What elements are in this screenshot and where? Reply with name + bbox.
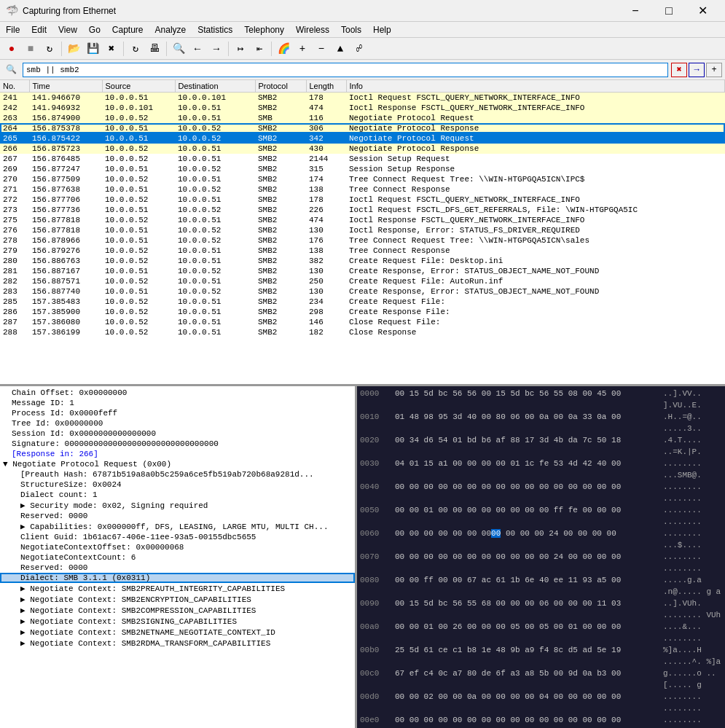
toolbar: ● ■ ↻ 📂 💾 ✖ ↻ 🖶 🔍 ← → ↦ ⇤ 🌈 + − ▲ ☍: [0, 38, 725, 60]
colorize-button[interactable]: 🌈: [275, 40, 292, 58]
reset-zoom-button[interactable]: ▲: [332, 40, 349, 58]
print-button[interactable]: 🖶: [146, 40, 163, 58]
table-row[interactable]: 266156.87572310.0.0.5210.0.0.51SMB2430Ne…: [0, 144, 725, 154]
table-row[interactable]: 264156.87537810.0.0.5110.0.0.52SMB2306Ne…: [0, 123, 725, 133]
first-button[interactable]: ⇤: [251, 40, 268, 58]
clear-filter-button[interactable]: ✖: [671, 63, 687, 77]
layout-button[interactable]: ☍: [350, 40, 368, 58]
detail-line[interactable]: ▶ Negotiate Context: SMB2SIGNING_CAPABIL…: [0, 616, 355, 627]
menu-item-file[interactable]: File: [0, 22, 26, 38]
detail-line[interactable]: ▶ Negotiate Context: SMB2NETNAME_NEGOTIA…: [0, 627, 355, 638]
table-row[interactable]: 267156.87648510.0.0.5210.0.0.51SMB22144S…: [0, 154, 725, 164]
col-no[interactable]: No.: [0, 80, 29, 93]
table-row[interactable]: 263156.87490010.0.0.5210.0.0.51SMB116Neg…: [0, 113, 725, 123]
table-row[interactable]: 265156.87542210.0.0.5110.0.0.52SMB2342Ne…: [0, 133, 725, 144]
stop-capture-button[interactable]: ■: [22, 40, 39, 58]
menu-item-tools[interactable]: Tools: [335, 22, 367, 38]
detail-line[interactable]: ▶ Negotiate Context: SMB2COMPRESSION_CAP…: [0, 605, 355, 616]
titlebar: 🦈 Capturing from Ethernet − □ ✕: [0, 0, 725, 22]
hex-line: 009000 15 5d bc 56 55 68 00 00 00 06 00 …: [360, 598, 722, 621]
menu-item-help[interactable]: Help: [367, 22, 397, 38]
menu-item-statistics[interactable]: Statistics: [192, 22, 238, 38]
detail-line: Dialect count: 1: [0, 490, 355, 500]
separator-2: [123, 42, 124, 56]
zoom-in-button[interactable]: +: [294, 40, 311, 58]
table-row[interactable]: 273156.87773610.0.0.5110.0.0.52SMB2226Io…: [0, 205, 725, 215]
detail-link[interactable]: [Response in: 266]: [12, 450, 98, 458]
hex-line: 003004 01 15 a1 00 00 00 00 01 1c fe 53 …: [360, 458, 722, 481]
maximize-button[interactable]: □: [652, 0, 686, 22]
bottom-panes: Chain Offset: 0x00000000Message ID: 1Pro…: [0, 386, 725, 728]
hex-line: 00b025 5d 61 ce c1 b8 1e 48 9b a9 f4 8c …: [360, 644, 722, 668]
table-row[interactable]: 280156.88676310.0.0.5210.0.0.51SMB2382Cr…: [0, 256, 725, 266]
separator-5: [271, 42, 272, 56]
hex-line: 00c067 ef c4 0c a7 80 de 6f a3 a8 5b 00 …: [360, 668, 722, 691]
menu-item-telephony[interactable]: Telephony: [238, 22, 290, 38]
col-time[interactable]: Time: [29, 80, 102, 93]
col-info[interactable]: Info: [346, 80, 725, 93]
menu-item-wireless[interactable]: Wireless: [290, 22, 335, 38]
packet-list[interactable]: No. Time Source Destination Protocol Len…: [0, 80, 725, 386]
close-capture-button[interactable]: ✖: [103, 40, 120, 58]
close-button[interactable]: ✕: [686, 0, 719, 22]
table-row[interactable]: 278156.87896610.0.0.5110.0.0.52SMB2176Tr…: [0, 235, 725, 246]
packet-details[interactable]: Chain Offset: 0x00000000Message ID: 1Pro…: [0, 386, 357, 728]
table-row[interactable]: 285157.38548310.0.0.5210.0.0.51SMB2234Cr…: [0, 297, 725, 307]
detail-line: Reserved: 0000: [0, 511, 355, 521]
detail-line[interactable]: ▶ Negotiate Context: SMB2ENCRYPTION_CAPA…: [0, 594, 355, 605]
table-row[interactable]: 241141.94667010.0.0.5110.0.0.101SMB2178I…: [0, 93, 725, 103]
table-row[interactable]: 270156.87750910.0.0.5210.0.0.51SMB2174Tr…: [0, 174, 725, 184]
col-protocol[interactable]: Protocol: [255, 80, 306, 93]
filter-input[interactable]: [23, 63, 668, 77]
detail-line[interactable]: ▶ Capabilities: 0x000000ff, DFS, LEASING…: [0, 521, 355, 532]
zoom-out-button[interactable]: −: [313, 40, 330, 58]
save-button[interactable]: 💾: [84, 40, 101, 58]
save-filter-button[interactable]: +: [706, 63, 722, 77]
app-icon: 🦈: [6, 4, 18, 17]
separator-4: [228, 42, 229, 56]
prev-button[interactable]: ←: [189, 40, 206, 58]
table-row[interactable]: 282156.88757110.0.0.5210.0.0.51SMB2250Cr…: [0, 276, 725, 286]
minimize-button[interactable]: −: [619, 0, 652, 22]
hex-line: 004000 00 00 00 00 00 00 00 00 00 00 00 …: [360, 481, 722, 504]
next-button[interactable]: →: [208, 40, 225, 58]
menu-item-go[interactable]: Go: [83, 22, 106, 38]
table-row[interactable]: 271156.87763810.0.0.5110.0.0.52SMB2138Tr…: [0, 184, 725, 195]
table-row[interactable]: 269156.87724710.0.0.5110.0.0.52SMB2315Se…: [0, 164, 725, 174]
detail-line[interactable]: ▶ Negotiate Context: SMB2PREAUTH_INTEGRI…: [0, 583, 355, 594]
menu-item-capture[interactable]: Capture: [106, 22, 149, 38]
restart-capture-button[interactable]: ↻: [41, 40, 58, 58]
table-row[interactable]: 281156.88716710.0.0.5110.0.0.52SMB2130Cr…: [0, 266, 725, 276]
table-row[interactable]: 286157.38590010.0.0.5210.0.0.51SMB2298Cr…: [0, 307, 725, 317]
open-button[interactable]: 📂: [65, 40, 82, 58]
table-row[interactable]: 287157.38608010.0.0.5210.0.0.51SMB2146Cl…: [0, 317, 725, 327]
menu-item-view[interactable]: View: [52, 22, 83, 38]
menu-item-analyze[interactable]: Analyze: [149, 22, 192, 38]
window-controls: − □ ✕: [619, 0, 719, 22]
table-row[interactable]: 275156.87781810.0.0.5210.0.0.51SMB2474Io…: [0, 215, 725, 225]
table-row[interactable]: 283156.88774010.0.0.5110.0.0.52SMB2130Cr…: [0, 286, 725, 297]
goto-button[interactable]: ↦: [232, 40, 249, 58]
col-source[interactable]: Source: [102, 80, 175, 93]
detail-line: Client Guid: 1b61ac67-406e-11ee-93a5-001…: [0, 532, 355, 542]
col-length[interactable]: Length: [306, 80, 346, 93]
table-row[interactable]: 272156.87770610.0.0.5210.0.0.51SMB2178Io…: [0, 195, 725, 205]
hex-line: 002000 34 d6 54 01 bd b6 af 88 17 3d 4b …: [360, 434, 722, 458]
hex-line: 006000 00 00 00 00 00 0000 00 00 00 24 0…: [360, 528, 722, 551]
col-destination[interactable]: Destination: [175, 80, 255, 93]
table-row[interactable]: 242141.94693210.0.0.10110.0.0.51SMB2474I…: [0, 103, 725, 113]
hex-dump[interactable]: 000000 15 5d bc 56 56 00 15 5d bc 56 55 …: [357, 386, 725, 728]
detail-line[interactable]: ▶ Security mode: 0x02, Signing required: [0, 500, 355, 511]
separator-3: [166, 42, 167, 56]
table-row[interactable]: 276156.87781810.0.0.5110.0.0.52SMB2130Io…: [0, 225, 725, 235]
table-row[interactable]: 279156.87927610.0.0.5210.0.0.51SMB2138Tr…: [0, 246, 725, 256]
start-capture-button[interactable]: ●: [3, 40, 20, 58]
hex-line: 00a000 00 01 00 26 00 00 00 05 00 05 00 …: [360, 621, 722, 644]
menu-item-edit[interactable]: Edit: [26, 22, 52, 38]
detail-line[interactable]: ▶ Negotiate Context: SMB2RDMA_TRANSFORM_…: [0, 638, 355, 649]
table-row[interactable]: 288157.38619910.0.0.5210.0.0.51SMB2182Cl…: [0, 327, 725, 337]
find-button[interactable]: 🔍: [170, 40, 187, 58]
detail-line[interactable]: ▼ Negotiate Protocol Request (0x00): [0, 459, 355, 469]
apply-filter-button[interactable]: →: [689, 63, 705, 77]
reload-button[interactable]: ↻: [127, 40, 144, 58]
